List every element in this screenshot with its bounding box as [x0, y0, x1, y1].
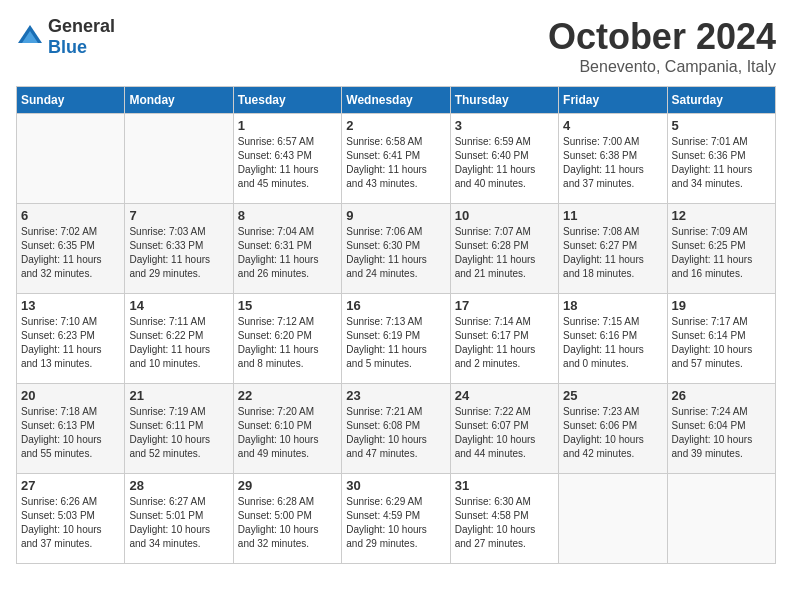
- day-info: Sunrise: 7:02 AMSunset: 6:35 PMDaylight:…: [21, 225, 120, 281]
- day-number: 23: [346, 388, 445, 403]
- calendar-body: 1Sunrise: 6:57 AMSunset: 6:43 PMDaylight…: [17, 114, 776, 564]
- day-cell: 24Sunrise: 7:22 AMSunset: 6:07 PMDayligh…: [450, 384, 558, 474]
- day-cell: 6Sunrise: 7:02 AMSunset: 6:35 PMDaylight…: [17, 204, 125, 294]
- day-number: 16: [346, 298, 445, 313]
- logo-blue: Blue: [48, 37, 87, 57]
- logo-icon: [16, 23, 44, 51]
- day-cell: 12Sunrise: 7:09 AMSunset: 6:25 PMDayligh…: [667, 204, 775, 294]
- day-info: Sunrise: 7:22 AMSunset: 6:07 PMDaylight:…: [455, 405, 554, 461]
- day-number: 6: [21, 208, 120, 223]
- weekday-friday: Friday: [559, 87, 667, 114]
- day-number: 12: [672, 208, 771, 223]
- day-number: 25: [563, 388, 662, 403]
- day-cell: 25Sunrise: 7:23 AMSunset: 6:06 PMDayligh…: [559, 384, 667, 474]
- week-row-4: 27Sunrise: 6:26 AMSunset: 5:03 PMDayligh…: [17, 474, 776, 564]
- day-number: 19: [672, 298, 771, 313]
- day-info: Sunrise: 7:03 AMSunset: 6:33 PMDaylight:…: [129, 225, 228, 281]
- day-info: Sunrise: 6:30 AMSunset: 4:58 PMDaylight:…: [455, 495, 554, 551]
- day-cell: 23Sunrise: 7:21 AMSunset: 6:08 PMDayligh…: [342, 384, 450, 474]
- day-cell: 18Sunrise: 7:15 AMSunset: 6:16 PMDayligh…: [559, 294, 667, 384]
- logo: General Blue: [16, 16, 115, 58]
- day-number: 5: [672, 118, 771, 133]
- day-cell: 31Sunrise: 6:30 AMSunset: 4:58 PMDayligh…: [450, 474, 558, 564]
- day-info: Sunrise: 7:19 AMSunset: 6:11 PMDaylight:…: [129, 405, 228, 461]
- day-info: Sunrise: 7:11 AMSunset: 6:22 PMDaylight:…: [129, 315, 228, 371]
- day-info: Sunrise: 7:09 AMSunset: 6:25 PMDaylight:…: [672, 225, 771, 281]
- day-info: Sunrise: 6:28 AMSunset: 5:00 PMDaylight:…: [238, 495, 337, 551]
- day-number: 3: [455, 118, 554, 133]
- day-info: Sunrise: 6:57 AMSunset: 6:43 PMDaylight:…: [238, 135, 337, 191]
- day-info: Sunrise: 7:13 AMSunset: 6:19 PMDaylight:…: [346, 315, 445, 371]
- day-cell: 21Sunrise: 7:19 AMSunset: 6:11 PMDayligh…: [125, 384, 233, 474]
- weekday-monday: Monday: [125, 87, 233, 114]
- weekday-wednesday: Wednesday: [342, 87, 450, 114]
- weekday-header: SundayMondayTuesdayWednesdayThursdayFrid…: [17, 87, 776, 114]
- day-number: 10: [455, 208, 554, 223]
- day-cell: 2Sunrise: 6:58 AMSunset: 6:41 PMDaylight…: [342, 114, 450, 204]
- day-info: Sunrise: 7:18 AMSunset: 6:13 PMDaylight:…: [21, 405, 120, 461]
- day-number: 17: [455, 298, 554, 313]
- day-info: Sunrise: 7:04 AMSunset: 6:31 PMDaylight:…: [238, 225, 337, 281]
- day-number: 18: [563, 298, 662, 313]
- day-cell: 3Sunrise: 6:59 AMSunset: 6:40 PMDaylight…: [450, 114, 558, 204]
- day-cell: 27Sunrise: 6:26 AMSunset: 5:03 PMDayligh…: [17, 474, 125, 564]
- day-info: Sunrise: 7:00 AMSunset: 6:38 PMDaylight:…: [563, 135, 662, 191]
- page-header: General Blue October 2024 Benevento, Cam…: [16, 16, 776, 76]
- day-info: Sunrise: 7:06 AMSunset: 6:30 PMDaylight:…: [346, 225, 445, 281]
- day-cell: 5Sunrise: 7:01 AMSunset: 6:36 PMDaylight…: [667, 114, 775, 204]
- day-info: Sunrise: 6:27 AMSunset: 5:01 PMDaylight:…: [129, 495, 228, 551]
- location-title: Benevento, Campania, Italy: [548, 58, 776, 76]
- day-number: 13: [21, 298, 120, 313]
- week-row-0: 1Sunrise: 6:57 AMSunset: 6:43 PMDaylight…: [17, 114, 776, 204]
- day-number: 14: [129, 298, 228, 313]
- day-info: Sunrise: 7:10 AMSunset: 6:23 PMDaylight:…: [21, 315, 120, 371]
- day-info: Sunrise: 6:59 AMSunset: 6:40 PMDaylight:…: [455, 135, 554, 191]
- day-number: 22: [238, 388, 337, 403]
- calendar-table: SundayMondayTuesdayWednesdayThursdayFrid…: [16, 86, 776, 564]
- weekday-tuesday: Tuesday: [233, 87, 341, 114]
- week-row-3: 20Sunrise: 7:18 AMSunset: 6:13 PMDayligh…: [17, 384, 776, 474]
- day-number: 31: [455, 478, 554, 493]
- day-info: Sunrise: 7:24 AMSunset: 6:04 PMDaylight:…: [672, 405, 771, 461]
- day-cell: 30Sunrise: 6:29 AMSunset: 4:59 PMDayligh…: [342, 474, 450, 564]
- title-block: October 2024 Benevento, Campania, Italy: [548, 16, 776, 76]
- day-cell: 7Sunrise: 7:03 AMSunset: 6:33 PMDaylight…: [125, 204, 233, 294]
- day-info: Sunrise: 6:26 AMSunset: 5:03 PMDaylight:…: [21, 495, 120, 551]
- day-info: Sunrise: 7:17 AMSunset: 6:14 PMDaylight:…: [672, 315, 771, 371]
- day-number: 8: [238, 208, 337, 223]
- day-info: Sunrise: 7:12 AMSunset: 6:20 PMDaylight:…: [238, 315, 337, 371]
- day-cell: 9Sunrise: 7:06 AMSunset: 6:30 PMDaylight…: [342, 204, 450, 294]
- day-cell: [125, 114, 233, 204]
- day-number: 11: [563, 208, 662, 223]
- day-cell: 4Sunrise: 7:00 AMSunset: 6:38 PMDaylight…: [559, 114, 667, 204]
- month-title: October 2024: [548, 16, 776, 58]
- day-number: 20: [21, 388, 120, 403]
- day-number: 4: [563, 118, 662, 133]
- day-number: 9: [346, 208, 445, 223]
- day-cell: 1Sunrise: 6:57 AMSunset: 6:43 PMDaylight…: [233, 114, 341, 204]
- logo-general: General: [48, 16, 115, 36]
- day-cell: 20Sunrise: 7:18 AMSunset: 6:13 PMDayligh…: [17, 384, 125, 474]
- day-info: Sunrise: 7:14 AMSunset: 6:17 PMDaylight:…: [455, 315, 554, 371]
- day-cell: 26Sunrise: 7:24 AMSunset: 6:04 PMDayligh…: [667, 384, 775, 474]
- day-cell: 10Sunrise: 7:07 AMSunset: 6:28 PMDayligh…: [450, 204, 558, 294]
- day-number: 7: [129, 208, 228, 223]
- day-number: 29: [238, 478, 337, 493]
- day-info: Sunrise: 7:23 AMSunset: 6:06 PMDaylight:…: [563, 405, 662, 461]
- day-cell: 19Sunrise: 7:17 AMSunset: 6:14 PMDayligh…: [667, 294, 775, 384]
- week-row-1: 6Sunrise: 7:02 AMSunset: 6:35 PMDaylight…: [17, 204, 776, 294]
- day-info: Sunrise: 7:07 AMSunset: 6:28 PMDaylight:…: [455, 225, 554, 281]
- day-cell: [17, 114, 125, 204]
- weekday-saturday: Saturday: [667, 87, 775, 114]
- day-number: 15: [238, 298, 337, 313]
- day-cell: 17Sunrise: 7:14 AMSunset: 6:17 PMDayligh…: [450, 294, 558, 384]
- day-cell: 11Sunrise: 7:08 AMSunset: 6:27 PMDayligh…: [559, 204, 667, 294]
- weekday-sunday: Sunday: [17, 87, 125, 114]
- day-info: Sunrise: 7:20 AMSunset: 6:10 PMDaylight:…: [238, 405, 337, 461]
- day-number: 21: [129, 388, 228, 403]
- day-info: Sunrise: 7:01 AMSunset: 6:36 PMDaylight:…: [672, 135, 771, 191]
- day-number: 2: [346, 118, 445, 133]
- day-info: Sunrise: 7:08 AMSunset: 6:27 PMDaylight:…: [563, 225, 662, 281]
- weekday-thursday: Thursday: [450, 87, 558, 114]
- day-info: Sunrise: 7:15 AMSunset: 6:16 PMDaylight:…: [563, 315, 662, 371]
